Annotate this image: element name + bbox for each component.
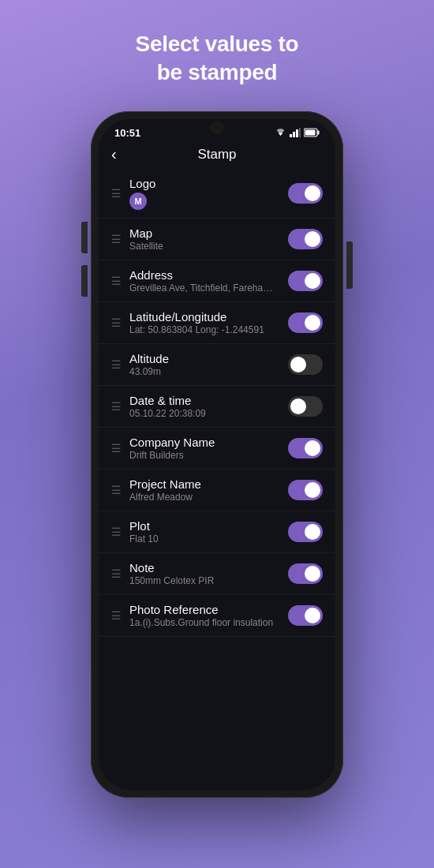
page-header: Select values to be stamped [136, 30, 299, 88]
stamp-item-plot: ☰PlotFlat 10 [99, 511, 335, 553]
svg-rect-3 [296, 129, 298, 137]
svg-rect-1 [290, 134, 292, 137]
toggle-plot[interactable] [288, 522, 323, 542]
toggle-knob-note [305, 566, 320, 582]
drag-handle-company[interactable]: ☰ [111, 443, 122, 454]
drag-handle-map[interactable]: ☰ [111, 234, 122, 245]
item-sublabel-datetime: 05.10.22 20:38:09 [129, 408, 280, 419]
toggle-altitude[interactable] [288, 354, 323, 375]
toggle-knob-address [305, 273, 320, 289]
toggle-knob-map [305, 231, 320, 247]
drag-handle-project[interactable]: ☰ [111, 485, 122, 496]
drag-handle-photo_ref[interactable]: ☰ [111, 610, 122, 621]
stamp-list[interactable]: ☰LogoM☰MapSatellite☰AddressGrevillea Ave… [99, 169, 335, 790]
item-sublabel-address: Grevillea Ave, Titchfield, Fareham, PO15… [129, 282, 280, 294]
drag-handle-datetime[interactable]: ☰ [111, 401, 122, 412]
item-label-plot: Plot [129, 519, 280, 533]
stamp-item-altitude: ☰Altitude43.09m [99, 344, 335, 386]
drag-handle-logo[interactable]: ☰ [111, 188, 122, 199]
item-content-latlong: Latitude/LongitudeLat: 50.863804 Long: -… [129, 310, 280, 335]
item-sublabel-plot: Flat 10 [129, 533, 280, 544]
back-button[interactable]: ‹ [111, 145, 117, 163]
toggle-knob-company [305, 440, 320, 456]
item-content-company: Company NameDrift Builders [129, 436, 280, 461]
item-content-address: AddressGrevillea Ave, Titchfield, Fareha… [129, 268, 280, 294]
svg-rect-4 [299, 128, 301, 137]
item-label-note: Note [129, 561, 280, 574]
item-content-note: Note150mm Celotex PIR [129, 561, 280, 586]
item-sublabel-note: 150mm Celotex PIR [129, 575, 280, 586]
battery-icon [304, 128, 320, 137]
status-time: 10:51 [114, 127, 140, 139]
top-nav: ‹ Stamp [99, 142, 335, 169]
volume-down-button[interactable] [81, 265, 88, 297]
toggle-project[interactable] [288, 480, 323, 500]
item-label-map: Map [129, 226, 280, 240]
item-label-company: Company Name [129, 436, 280, 449]
item-label-address: Address [129, 268, 280, 282]
wifi-icon [275, 128, 286, 137]
item-sublabel-latlong: Lat: 50.863804 Long: -1.244591 [129, 324, 280, 335]
stamp-item-logo: ☰LogoM [99, 169, 335, 219]
item-label-altitude: Altitude [129, 352, 280, 365]
toggle-photo_ref[interactable] [288, 605, 323, 626]
signal-icon [290, 128, 301, 137]
toggle-datetime[interactable] [288, 396, 323, 417]
power-button[interactable] [346, 241, 353, 289]
stamp-item-datetime: ☰Date & time05.10.22 20:38:09 [99, 386, 335, 428]
toggle-latlong[interactable] [288, 312, 323, 333]
item-label-datetime: Date & time [129, 394, 280, 407]
item-sublabel-company: Drift Builders [129, 450, 280, 461]
item-content-altitude: Altitude43.09m [129, 352, 280, 377]
toggle-knob-datetime [290, 398, 306, 414]
item-content-photo_ref: Photo Reference1a.(i).Subs.Ground floor … [129, 603, 280, 628]
drag-handle-latlong[interactable]: ☰ [111, 317, 122, 328]
item-sublabel-project: Alfred Meadow [129, 492, 280, 503]
status-icons [275, 128, 320, 137]
item-content-plot: PlotFlat 10 [129, 519, 280, 544]
item-sublabel-photo_ref: 1a.(i).Subs.Ground floor insulation [129, 617, 280, 628]
toggle-company[interactable] [288, 438, 323, 458]
item-content-map: MapSatellite [129, 226, 280, 252]
item-label-latlong: Latitude/Longitude [129, 310, 280, 324]
toggle-address[interactable] [288, 271, 323, 291]
stamp-item-latlong: ☰Latitude/LongitudeLat: 50.863804 Long: … [99, 302, 335, 344]
stamp-item-map: ☰MapSatellite [99, 219, 335, 260]
drag-handle-note[interactable]: ☰ [111, 568, 122, 579]
stamp-item-address: ☰AddressGrevillea Ave, Titchfield, Fareh… [99, 260, 335, 302]
svg-rect-2 [293, 132, 295, 137]
stamp-item-project: ☰Project NameAlfred Meadow [99, 470, 335, 511]
header-line2: be stamped [157, 60, 278, 84]
logo-icon-letter: M [134, 196, 141, 206]
toggle-logo[interactable] [288, 183, 323, 204]
drag-handle-altitude[interactable]: ☰ [111, 359, 122, 370]
item-label-project: Project Name [129, 477, 280, 491]
toggle-knob-project [305, 482, 320, 498]
toggle-knob-altitude [290, 357, 306, 372]
item-content-logo: LogoM [129, 177, 280, 210]
phone-mockup: 10:51 [91, 111, 343, 798]
toggle-knob-photo_ref [305, 608, 320, 623]
toggle-knob-logo [305, 185, 320, 201]
item-sublabel-altitude: 43.09m [129, 366, 280, 377]
toggle-knob-plot [305, 524, 320, 540]
volume-up-button[interactable] [81, 222, 88, 253]
logo-icon: M [129, 193, 147, 210]
svg-rect-7 [305, 130, 316, 136]
item-label-photo_ref: Photo Reference [129, 603, 280, 616]
drag-handle-address[interactable]: ☰ [111, 275, 122, 286]
stamp-item-photo_ref: ☰Photo Reference1a.(i).Subs.Ground floor… [99, 595, 335, 637]
stamp-item-note: ☰Note150mm Celotex PIR [99, 553, 335, 595]
nav-title: Stamp [197, 147, 236, 163]
toggle-knob-latlong [305, 315, 320, 331]
toggle-map[interactable] [288, 229, 323, 249]
drag-handle-plot[interactable]: ☰ [111, 526, 122, 537]
toggle-note[interactable] [288, 563, 323, 584]
svg-rect-6 [318, 131, 320, 135]
header-line1: Select values to [136, 32, 299, 56]
item-content-datetime: Date & time05.10.22 20:38:09 [129, 394, 280, 419]
item-sublabel-map: Satellite [129, 241, 280, 252]
camera-notch [210, 121, 224, 135]
item-label-logo: Logo [129, 177, 280, 190]
item-content-project: Project NameAlfred Meadow [129, 477, 280, 503]
